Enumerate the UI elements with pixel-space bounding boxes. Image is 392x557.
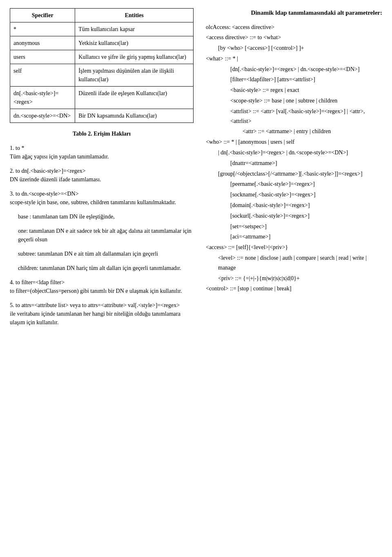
table-row: dn.<scope-style>=<DN> Bir DN kapsamında … <box>10 109 194 123</box>
list-number: 3. <box>10 191 16 197</box>
right-column: Dinamik ldap tanımlamasındaki alt parame… <box>206 8 382 332</box>
syntax-line-12: | dn[.<basic-style>]=<regex> | dn.<scope… <box>206 148 382 158</box>
list-item: 5. to attrs=<attribute list> veya to att… <box>10 301 194 327</box>
table-row: * Tüm kullanıcıları kapsar <box>10 22 194 36</box>
list-body: ile veritabanı içinde tanımlanan her han… <box>10 311 180 325</box>
syntax-line-1: olcAccess: <access directive> <box>206 22 382 32</box>
syntax-line-5: [dn[.<basic-style>]=<regex> | dn.<scope-… <box>206 65 382 74</box>
list-header: to attrs=<attribute list> veya to attrs=… <box>16 302 180 308</box>
right-header: Dinamik ldap tanımlamasındaki alt parame… <box>206 8 382 18</box>
syntax-block: olcAccess: <access directive> <access di… <box>206 22 382 294</box>
syntax-line-4: <what> ::= * | <box>206 54 382 64</box>
syntax-line-16: [sockname[.<basic-style>]=<regex>] <box>206 190 382 200</box>
access-table: Specifier Entities * Tüm kullanıcıları k… <box>10 8 194 123</box>
specifier-cell: anonymous <box>10 36 75 50</box>
numbered-list: 1. to * Tüm ağaç yapısı için yapılan tan… <box>10 144 194 327</box>
syntax-line-9: <attrlist> ::= <attr> [val[.<basic-style… <box>206 107 382 126</box>
syntax-line-8: <scope-style> ::= base | one | subtree |… <box>206 96 382 106</box>
specifier-cell: users <box>10 50 75 64</box>
specifier-cell: dn[.<basic-style>]=<regex> <box>10 87 75 109</box>
table-row: users Kullanıcı ve şifre ile giriş yapmı… <box>10 50 194 64</box>
syntax-line-17: [domain[.<basic-style>]=<regex>] <box>206 201 382 210</box>
entity-cell: Düzenli ifade ile eşleşen Kullanıcı(lar) <box>75 87 194 109</box>
list-number: 4. <box>10 279 16 285</box>
left-column: Specifier Entities * Tüm kullanıcıları k… <box>10 8 194 332</box>
list-item: 2. to dn[.<basic-style>]=<regex> DN üzer… <box>10 167 194 184</box>
table-row: dn[.<basic-style>]=<regex> Düzenli ifade… <box>10 87 194 109</box>
list-header: to dn.<scope-style>=<DN> <box>16 191 79 197</box>
specifier-cell: self <box>10 64 75 87</box>
syntax-line-21: <access> ::= [self]{<level>|<priv>} <box>206 243 382 252</box>
list-item: subtree: tanımlanan DN e ait tüm alt dal… <box>18 250 194 258</box>
syntax-line-18: [sockurl[.<basic-style>]=<regex>] <box>206 211 382 221</box>
list-body: to filter=(objectClass=person) gibi tanı… <box>10 288 182 294</box>
syntax-line-23: <priv> ::= {=|+|-}{m|w|r|s|c|x|d|0}+ <box>206 274 382 283</box>
col-entities: Entities <box>75 9 194 22</box>
list-header: one: tanımlanan DN e ait sadece tek bir … <box>18 228 192 243</box>
syntax-line-2: <access directive> ::= to <what> <box>206 33 382 42</box>
syntax-line-15: [peername[.<basic-style>]=<regex>] <box>206 179 382 189</box>
syntax-line-11: <who> ::= * | [anonymous | users | self <box>206 137 382 147</box>
table-row: self İşlem yapılması düşünülen alan ile … <box>10 64 194 87</box>
syntax-line-7: <basic-style> ::= regex | exact <box>206 85 382 95</box>
list-body: DN üzerinde düzenli ifade tanımlaması. <box>10 176 101 183</box>
list-body: scope-style için base, one, subtree, chi… <box>10 199 176 205</box>
list-header: subtree: tanımlanan DN e ait tüm alt dal… <box>18 251 158 257</box>
syntax-line-13: [dnattr=<attrname>] <box>206 158 382 168</box>
entity-cell: Tüm kullanıcıları kapsar <box>75 22 194 36</box>
syntax-line-14: [group[/<objectclass>[/<attrname>][.<bas… <box>206 169 382 179</box>
col-specifier: Specifier <box>10 9 75 22</box>
syntax-line-22: <level> ::= none | disclose | auth | com… <box>206 253 382 273</box>
list-item: 4. to filter=<ldap filter> to filter=(ob… <box>10 278 194 295</box>
specifier-cell: * <box>10 22 75 36</box>
syntax-line-20: [aci=<attrname>] <box>206 232 382 242</box>
syntax-line-19: [set=<setspec>] <box>206 222 382 232</box>
entity-cell: Kullanıcı ve şifre ile giriş yapmış kull… <box>75 50 194 64</box>
syntax-line-6: [filter=<ldapfilter>] [attrs=<attrlist>] <box>206 75 382 85</box>
entity-cell: İşlem yapılması düşünülen alan ile ilişk… <box>75 64 194 87</box>
syntax-line-3: [by <who> [<access>] [<control>] ]+ <box>206 43 382 53</box>
syntax-line-10: <attr> ::= <attrname> | entry | children <box>206 127 382 136</box>
entity-cell: Yetkisiz kullanıcı(lar) <box>75 36 194 50</box>
list-header: base : tanımlanan tam DN ile eşleştiğind… <box>18 214 115 220</box>
table-row: anonymous Yetkisiz kullanıcı(lar) <box>10 36 194 50</box>
list-header: to filter=<ldap filter> <box>16 279 65 285</box>
list-number: 1. <box>10 145 16 151</box>
list-number: 2. <box>10 168 16 174</box>
entity-cell: Bir DN kapsamında Kullanıcı(lar) <box>75 109 194 123</box>
list-body: Tüm ağaç yapısı için yapılan tanımlamadı… <box>10 154 109 160</box>
list-header: to * <box>16 145 24 151</box>
list-number: 5. <box>10 302 16 308</box>
list-item: one: tanımlanan DN e ait sadece tek bir … <box>18 227 194 244</box>
syntax-line-24: <control> ::= [stop | continue | break] <box>206 284 382 294</box>
list-item: 1. to * Tüm ağaç yapısı için yapılan tan… <box>10 144 194 161</box>
list-item: children: tanımlanan DN hariç tüm alt da… <box>18 264 194 272</box>
list-item: 3. to dn.<scope-style>=<DN> scope-style … <box>10 189 194 207</box>
list-header: children: tanımlanan DN hariç tüm alt da… <box>18 265 181 271</box>
list-header: to dn[.<basic-style>]=<regex> <box>16 168 86 174</box>
table-caption: Tablo 2. Erişim Hakları <box>10 129 194 138</box>
specifier-cell: dn.<scope-style>=<DN> <box>10 109 75 123</box>
list-item: base : tanımlanan tam DN ile eşleştiğind… <box>18 212 194 221</box>
